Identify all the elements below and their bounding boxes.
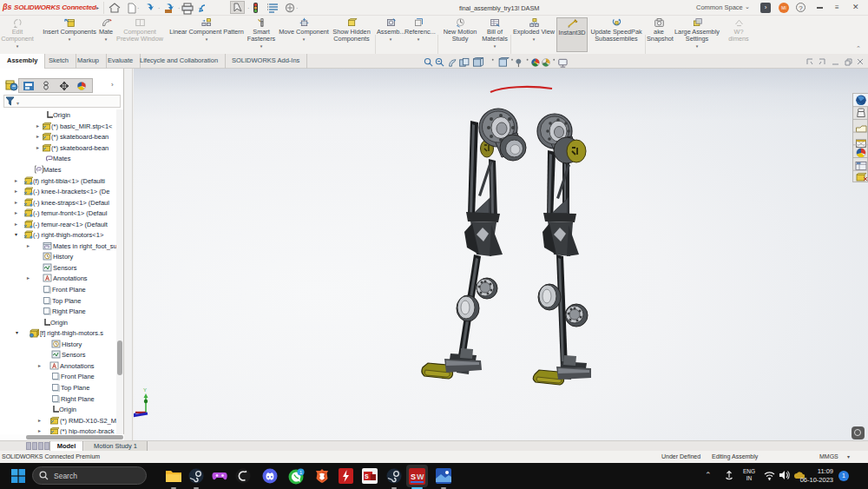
svg-text:Y: Y [143,387,147,393]
svg-text:1: 1 [299,470,302,475]
svg-text:S: S [411,472,416,481]
svg-text:W: W [417,472,424,481]
svg-text:S: S [365,473,369,479]
